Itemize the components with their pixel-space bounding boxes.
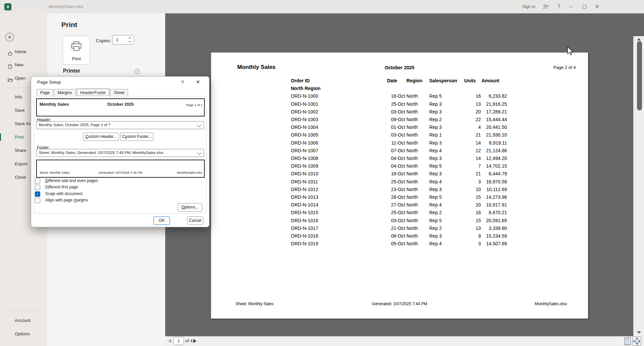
excel-app-icon: X bbox=[4, 3, 11, 10]
table-cell: ORD-N-1006 bbox=[291, 139, 385, 147]
scrollbar-thumb[interactable] bbox=[637, 41, 642, 110]
table-cell: 3 bbox=[464, 240, 481, 248]
scroll-up-icon[interactable] bbox=[637, 38, 641, 40]
checkbox-box[interactable] bbox=[35, 198, 40, 203]
column-header: Date bbox=[387, 77, 405, 85]
header-preview-right: Page 1 of 1 bbox=[186, 103, 202, 107]
table-cell: North bbox=[406, 170, 427, 178]
table-cell: 6,233.82 bbox=[481, 92, 507, 100]
sidebar-item-account[interactable]: Account bbox=[0, 316, 47, 326]
zoom-to-page-icon[interactable] bbox=[632, 337, 641, 346]
custom-footer-button[interactable]: Custom Footer... bbox=[120, 133, 153, 141]
sidebar-item-home[interactable]: Home bbox=[0, 47, 47, 57]
copies-input[interactable]: 1 bbox=[112, 35, 134, 45]
table-cell: 03-Oct bbox=[387, 217, 405, 225]
table-cell: ORD-N-1011 bbox=[291, 178, 385, 186]
table-cell: 21,124.86 bbox=[481, 147, 507, 155]
table-cell: North bbox=[406, 217, 427, 225]
table-cell: 21 bbox=[464, 131, 481, 139]
printer-info-icon[interactable]: i bbox=[135, 69, 140, 74]
dialog-title: Page Setup bbox=[37, 80, 61, 85]
mouse-cursor bbox=[567, 47, 574, 56]
dialog-close-icon[interactable]: ✕ bbox=[193, 79, 203, 86]
restore-button[interactable] bbox=[578, 0, 591, 13]
copies-value: 1 bbox=[116, 37, 118, 42]
table-cell: 23-Oct bbox=[387, 186, 405, 193]
help-icon[interactable]: ? bbox=[552, 0, 566, 13]
table-cell: 10,112.69 bbox=[481, 186, 507, 193]
tab-header-footer[interactable]: Header/Footer bbox=[76, 88, 110, 96]
table-cell: 17,289.21 bbox=[481, 108, 507, 116]
options-button[interactable]: Options... bbox=[178, 203, 202, 211]
copies-decrement[interactable] bbox=[128, 41, 131, 43]
table-cell: ORD-N-1013 bbox=[291, 193, 385, 201]
header-dropdown[interactable]: Monthly Sales, October 2025, Page 1 of ? bbox=[36, 121, 204, 129]
next-page-icon[interactable] bbox=[193, 339, 196, 343]
preview-scrollbar[interactable] bbox=[633, 36, 644, 336]
preview-table: Order IDDateRegionSalespersonUnitsAmount… bbox=[291, 77, 512, 251]
table-cell: Rep 3 bbox=[429, 139, 463, 147]
table-cell: Rep 1 bbox=[429, 131, 463, 139]
print-button[interactable]: Print bbox=[63, 36, 90, 65]
page-footer-right: MonthlySales.xlsx bbox=[535, 301, 567, 306]
sidebar-item-new[interactable]: New bbox=[0, 60, 47, 70]
table-cell: 20 bbox=[464, 201, 481, 209]
table-cell: Rep 5 bbox=[429, 193, 463, 201]
table-cell: Rep 3 bbox=[429, 123, 463, 131]
table-cell: North bbox=[406, 193, 427, 201]
checkbox-box[interactable] bbox=[35, 185, 40, 190]
page-number-input[interactable]: 1 bbox=[173, 337, 184, 345]
page-setup-dialog: Page Setup ? ✕ Page Margins Header/Foote… bbox=[31, 76, 209, 227]
sign-in-button[interactable]: Sign in bbox=[519, 0, 539, 13]
table-cell: ORD-N-1012 bbox=[291, 186, 385, 193]
tab-sheet[interactable]: Sheet bbox=[110, 89, 128, 96]
table-cell: 16 bbox=[464, 92, 481, 100]
copies-increment[interactable] bbox=[128, 37, 131, 39]
show-margins-icon[interactable] bbox=[625, 338, 631, 345]
table-cell: Rep 3 bbox=[429, 170, 463, 178]
table-cell: 14,507.89 bbox=[481, 240, 507, 248]
feedback-icon[interactable] bbox=[539, 0, 552, 13]
table-cell: North bbox=[406, 162, 427, 170]
page-header-center: October 2025 bbox=[211, 65, 588, 70]
scroll-down-icon[interactable] bbox=[637, 331, 641, 334]
table-cell: Rep 3 bbox=[429, 100, 463, 108]
footer-dropdown[interactable]: Sheet: Monthly Sales, Generated: 10/7/20… bbox=[36, 149, 204, 157]
table-cell: ORD-N-1005 bbox=[291, 131, 385, 139]
checkbox-box[interactable] bbox=[35, 178, 40, 184]
table-cell: Rep 3 bbox=[429, 232, 463, 240]
table-cell: 12 bbox=[464, 147, 481, 155]
header-preview-box: Monthly Sales October 2025 Page 1 of 1 bbox=[36, 98, 205, 116]
table-cell: Rep 3 bbox=[429, 108, 463, 116]
table-cell: Rep 3 bbox=[429, 186, 463, 193]
table-cell: 04-Oct bbox=[387, 155, 405, 162]
column-header: Order ID bbox=[291, 77, 385, 85]
dialog-help-icon[interactable]: ? bbox=[179, 80, 187, 85]
checkbox-box-checked[interactable]: ✓ bbox=[35, 191, 40, 197]
back-button[interactable] bbox=[5, 33, 14, 41]
table-cell: 03-Oct bbox=[387, 131, 405, 139]
close-button[interactable]: ✕ bbox=[590, 0, 604, 13]
page-title: Print bbox=[61, 21, 77, 29]
active-indicator bbox=[0, 134, 1, 141]
ok-button[interactable]: OK bbox=[153, 217, 170, 225]
custom-header-button[interactable]: Custom Header... bbox=[83, 133, 119, 141]
table-cell: ORD-N-1001 bbox=[291, 100, 385, 108]
minimize-button[interactable] bbox=[564, 0, 578, 13]
cancel-button[interactable]: Cancel bbox=[187, 217, 203, 225]
tab-page[interactable]: Page bbox=[37, 89, 53, 96]
sidebar-item-options[interactable]: Options bbox=[0, 329, 47, 339]
table-cell: North bbox=[406, 108, 427, 116]
table-cell: ORD-N-1019 bbox=[291, 240, 385, 248]
table-cell: Rep 2 bbox=[429, 116, 463, 123]
table-cell: 12,494.20 bbox=[481, 155, 507, 162]
preview-bottom-bar: 1 of 4 bbox=[165, 336, 644, 346]
sidebar-divider bbox=[7, 311, 41, 311]
table-cell: 15,234.59 bbox=[481, 232, 507, 240]
table-cell: Rep 2 bbox=[429, 225, 463, 232]
table-cell: 15 bbox=[464, 217, 481, 225]
tab-margins[interactable]: Margins bbox=[54, 89, 76, 96]
previous-page-icon[interactable] bbox=[168, 339, 171, 343]
table-cell: ORD-N-1003 bbox=[291, 116, 385, 123]
new-file-icon bbox=[8, 63, 12, 73]
